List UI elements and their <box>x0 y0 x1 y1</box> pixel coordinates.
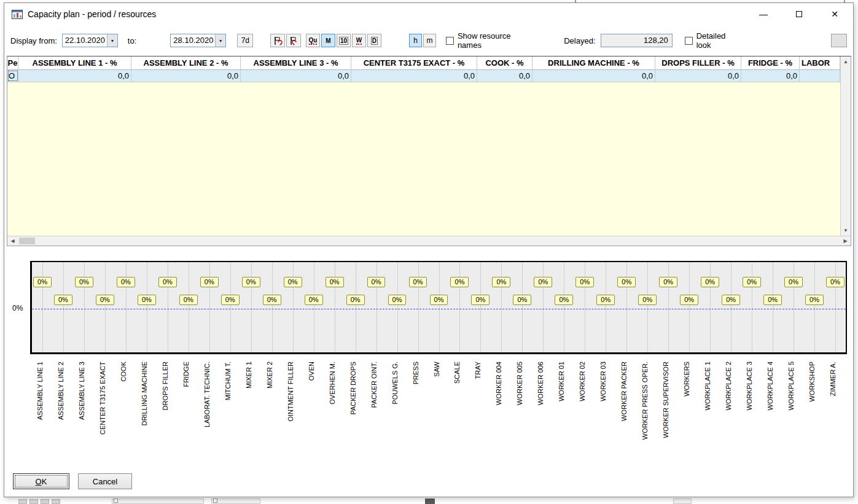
maximize-icon[interactable] <box>789 9 809 19</box>
background-fragment <box>673 498 692 504</box>
bar-value-label: 0% <box>221 295 240 305</box>
x-axis-label-assembly-line-2: ASSEMBLY LINE 2 <box>57 362 65 420</box>
column-header-drops-filler[interactable]: DROPS FILLER - % <box>655 56 741 69</box>
chart-gridline <box>814 262 815 352</box>
cancel-button[interactable]: Cancel <box>78 473 132 489</box>
column-header-assembly-line-3[interactable]: ASSEMBLY LINE 3 - % <box>241 56 351 69</box>
vertical-scrollbar[interactable]: ▲ ▼ <box>840 56 851 236</box>
detailed-look-option[interactable]: Detailed look <box>685 31 742 50</box>
column-header-cook[interactable]: COOK - % <box>477 56 532 69</box>
bar-value-label: 0% <box>805 295 824 305</box>
x-axis-label-zimmer-a: ZIMMER A. <box>829 362 837 396</box>
chart-gridline <box>606 262 606 352</box>
period-button-m[interactable]: M <box>321 34 335 47</box>
seven-day-button[interactable]: 7d <box>237 34 253 47</box>
bar-value-label: 0% <box>200 277 219 287</box>
bar-value-label: 0% <box>263 295 281 305</box>
bar-value-label: 0% <box>33 277 52 287</box>
value-cell: 0,0 <box>351 70 477 82</box>
bar-value-label: 0% <box>534 277 552 287</box>
x-axis-label-worker-02: WORKER 02 <box>579 362 587 401</box>
period-button-qu[interactable]: Qu <box>306 34 320 47</box>
value-cell: 0,0 <box>477 70 532 82</box>
chart-gridline <box>647 262 648 352</box>
x-axis-label-worker-supervisor: WORKER SUPERVISOR <box>662 362 670 438</box>
bar-value-label: 0% <box>763 295 782 305</box>
minimize-icon[interactable]: — <box>754 9 773 19</box>
cancel-button-label: Cancel <box>93 477 117 486</box>
column-header-center-t3175-exact[interactable]: CENTER T3175 EXACT - % <box>351 56 477 69</box>
time-unit-button-h[interactable]: h <box>409 34 422 47</box>
scroll-down-icon[interactable]: ▼ <box>841 225 851 236</box>
value-cell: 0,0 <box>532 70 655 82</box>
table-row[interactable]: O0,00,00,00,00,00,00,00,0 <box>7 70 851 82</box>
x-axis-label-worker-005: WORKER 005 <box>516 362 524 405</box>
scroll-left-icon[interactable]: ◀ <box>7 236 18 246</box>
x-axis-label-workplace-1: WORKPLACE 1 <box>704 362 712 410</box>
show-resource-names-option[interactable]: Show resource names <box>446 31 536 50</box>
x-axis-label-cook: COOK <box>120 362 128 381</box>
chevron-down-icon[interactable]: ▼ <box>107 34 117 47</box>
bar-value-label: 0% <box>575 277 594 287</box>
detailed-look-checkbox[interactable] <box>685 37 693 45</box>
table-empty-area[interactable] <box>7 83 840 236</box>
period-button-label: W <box>356 37 362 45</box>
zero-line <box>32 309 846 309</box>
x-axis-label-saw: SAW <box>433 362 441 377</box>
horizontal-scrollbar[interactable]: ◀ ▶ <box>7 236 851 246</box>
x-axis-label-workplace-3: WORKPLACE 3 <box>746 362 754 410</box>
app-icon <box>12 10 23 19</box>
value-cell: 0,0 <box>655 70 741 82</box>
bar-value-label: 0% <box>555 295 573 305</box>
next-period-button[interactable] <box>286 34 301 47</box>
scroll-right-icon[interactable]: ▶ <box>840 236 851 246</box>
x-axis-label-packer-oint: PACKER OINT. <box>370 362 378 408</box>
bar-value-label: 0% <box>117 277 135 287</box>
value-cell: 0,0 <box>241 70 351 82</box>
detailed-look-label: Detailed look <box>696 31 743 50</box>
bar-value-label: 0% <box>492 277 510 287</box>
chart-gridline <box>105 262 106 352</box>
column-header-assembly-line-1[interactable]: ASSEMBLY LINE 1 - % <box>18 56 131 69</box>
column-header-fridge[interactable]: FRIDGE - % <box>741 56 800 69</box>
x-axis-label-worker-004: WORKER 004 <box>495 362 503 405</box>
bar-value-label: 0% <box>54 295 72 305</box>
chart-gridline <box>585 262 585 352</box>
period-cell[interactable]: O <box>7 70 18 82</box>
disabled-box <box>831 34 847 47</box>
period-button-10[interactable]: 10 <box>337 34 351 47</box>
chart-gridline <box>230 262 231 352</box>
bar-value-label: 0% <box>743 277 761 287</box>
bar-value-label: 0% <box>638 295 657 305</box>
time-unit-button-m[interactable]: m <box>423 34 436 47</box>
date-to-combobox[interactable]: 28.10.2020 ▼ <box>170 34 226 47</box>
capacity-chart: 0% 0%0%0%0%0%0%0%0%0%0%0%0%0%0%0%0%0%0%0… <box>9 261 849 489</box>
show-resource-names-checkbox[interactable] <box>446 37 454 45</box>
flag-icon <box>289 36 298 45</box>
column-header-drilling-machine[interactable]: DRILLING MACHINE - % <box>532 56 655 69</box>
chart-gridline <box>209 262 210 352</box>
x-axis-label-assembly-line-3: ASSEMBLY LINE 3 <box>78 362 86 420</box>
ok-button[interactable]: OK <box>13 473 69 489</box>
table-header-row: PeASSEMBLY LINE 1 - %ASSEMBLY LINE 2 - %… <box>7 56 851 70</box>
x-axis-label-packer-drops: PACKER DROPS <box>349 362 357 415</box>
date-from-combobox[interactable]: 22.10.2020 ▼ <box>62 34 118 47</box>
chart-gridline <box>251 262 252 352</box>
bar-value-label: 0% <box>367 277 386 287</box>
period-button-w[interactable]: W <box>352 34 366 47</box>
y-axis-tick: 0% <box>12 304 23 312</box>
chart-gridline <box>835 262 836 352</box>
chevron-down-icon[interactable]: ▼ <box>215 34 225 47</box>
column-header-assembly-line-2[interactable]: ASSEMBLY LINE 2 - % <box>131 56 241 69</box>
previous-period-button[interactable] <box>270 34 285 47</box>
bar-value-label: 0% <box>722 295 740 305</box>
column-header-labor[interactable]: LABOR <box>800 56 840 69</box>
period-button-d[interactable]: D <box>367 34 381 47</box>
x-axis-label-workplace-2: WORKPLACE 2 <box>725 362 733 410</box>
column-header-pe[interactable]: Pe <box>7 56 18 69</box>
close-icon[interactable]: ✕ <box>825 9 844 19</box>
scrollbar-thumb[interactable] <box>19 238 35 244</box>
title-bar[interactable]: Capacity plan - period / resources — ✕ <box>4 3 853 25</box>
scroll-up-icon[interactable]: ▲ <box>841 56 851 67</box>
x-axis-label-fridge: FRIDGE <box>182 362 190 387</box>
